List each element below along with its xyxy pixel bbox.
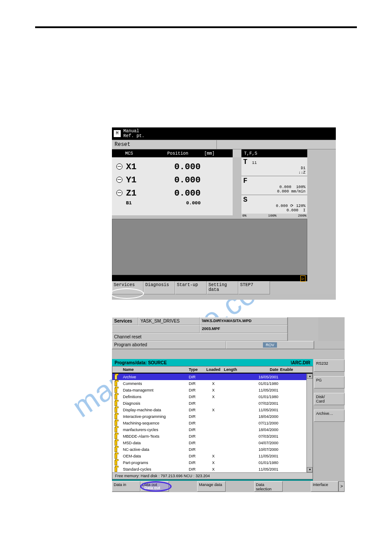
table-row[interactable]: DiagnosisDIR07/02/2001 bbox=[112, 400, 306, 406]
scroll-strip: ▷ bbox=[112, 275, 307, 281]
data-selection-button[interactable]: Data selection bbox=[254, 481, 283, 492]
scroll-right-icon[interactable]: > bbox=[338, 481, 345, 492]
table-row[interactable]: OEM-dataDIRX11/05/2001 bbox=[112, 453, 306, 459]
table-row[interactable]: Interactive-programmingDIR18/04/2000 bbox=[112, 413, 306, 420]
file-listing[interactable]: ArchiveDIR16/05/2001CommentsDIRX01/01/19… bbox=[112, 374, 306, 472]
scroll-down-icon[interactable]: ▾ bbox=[307, 467, 313, 472]
axis-panel: X1 0.000 Y1 0.000 Z1 0.000 B1 0.000 bbox=[112, 157, 233, 215]
folder-icon bbox=[115, 427, 117, 432]
globe-icon bbox=[116, 190, 122, 196]
startup-button[interactable]: Start-up bbox=[175, 281, 207, 294]
program-area bbox=[112, 219, 307, 275]
folder-icon bbox=[115, 388, 117, 393]
mcs-header: MCS Position [mm] bbox=[112, 149, 233, 157]
path-line1: \WKS.DIR\YAMASITA.WPD bbox=[200, 317, 288, 325]
services-label: Services bbox=[112, 317, 138, 325]
path-line2: 2003.MPF bbox=[200, 325, 288, 333]
folder-icon bbox=[115, 467, 117, 472]
tfs-header: T,F,S bbox=[241, 149, 307, 157]
table-row[interactable]: Data-managemntDIRX11/05/2001 bbox=[112, 387, 306, 393]
services-value: YASK_SM_DRIVES bbox=[138, 317, 200, 325]
table-row[interactable]: MSD-dataDIR04/07/2000 bbox=[112, 439, 306, 446]
tfs-s: S 0.000 ⟳ 120% 0.000 I bbox=[241, 195, 307, 214]
pg-button[interactable]: PG bbox=[314, 376, 345, 388]
table-row[interactable]: DefinitionsDIRX01/01/1980 bbox=[112, 393, 306, 400]
data-out-label-overlay: Data out bbox=[144, 486, 160, 490]
rs232-button[interactable]: RS232 bbox=[314, 359, 345, 372]
right-softkeys: RS232 PG Disk/ Card Archive… bbox=[314, 359, 345, 426]
interface-button[interactable]: Interface bbox=[311, 481, 338, 492]
file-window: Name Type Loaded Length Date Enable Arch… bbox=[112, 366, 313, 479]
folder-icon bbox=[115, 453, 117, 459]
table-row[interactable]: ArchiveDIR16/05/2001 bbox=[112, 374, 306, 380]
program-status: Program aborted bbox=[112, 341, 226, 349]
screenshot-services-menu: M ManualRef. pt. Reset MCS Position [mm]… bbox=[112, 127, 336, 300]
axis-row-y1: Y1 0.000 bbox=[116, 173, 228, 186]
gap bbox=[169, 481, 198, 492]
folder-icon bbox=[115, 374, 117, 380]
setting-data-button[interactable]: Setting data bbox=[207, 281, 238, 294]
page-rule bbox=[35, 26, 357, 28]
rov-cell: ROV bbox=[226, 341, 314, 349]
archive-button[interactable]: Archive… bbox=[314, 410, 345, 422]
folder-icon bbox=[115, 407, 117, 413]
folder-icon bbox=[115, 434, 117, 439]
channel-status: Channel reset bbox=[112, 333, 288, 341]
table-row[interactable]: MBDDE-Alarm-TextsDIR07/03/2001 bbox=[112, 433, 306, 439]
services-button[interactable]: Services bbox=[112, 281, 144, 294]
free-memory: Free memory: Hard disk : 797.213.696 NCU… bbox=[112, 472, 313, 479]
axis-row-x1: X1 0.000 bbox=[116, 160, 228, 173]
gap bbox=[226, 481, 254, 492]
tfs-f: F 0.000 100% 0.000 mm/min bbox=[241, 176, 307, 195]
axis-row-b1: B1 0.000 bbox=[116, 200, 228, 207]
table-row[interactable]: Machining-sequenceDIR07/11/2000 bbox=[112, 420, 306, 426]
screenshot-data-out: Services YASK_SM_DRIVES \WKS.DIR\YAMASIT… bbox=[112, 317, 345, 492]
disk-card-button[interactable]: Disk/ Card bbox=[314, 393, 345, 405]
tfs-panel: T 11 D1↓↓Z F 0.000 100% 0.000 mm/min S 0… bbox=[241, 157, 307, 215]
right-softkeys bbox=[307, 157, 335, 215]
scroll-up-icon[interactable]: ▴ bbox=[307, 374, 313, 379]
mode-icon: M bbox=[114, 130, 121, 137]
table-row[interactable]: NC-active-dataDIR10/07/2000 bbox=[112, 446, 306, 453]
column-headers: MCS Position [mm] T,F,S bbox=[112, 149, 336, 157]
header-rows: Services YASK_SM_DRIVES \WKS.DIR\YAMASIT… bbox=[112, 317, 345, 349]
reset-label: Reset bbox=[115, 141, 130, 148]
scrollbar[interactable]: ▴ ▾ bbox=[306, 374, 313, 472]
main-panel: X1 0.000 Y1 0.000 Z1 0.000 B1 0.000 T 1 bbox=[112, 157, 336, 215]
gap bbox=[283, 481, 311, 492]
diagnosis-button[interactable]: Diagnosis bbox=[144, 281, 175, 294]
folder-icon bbox=[115, 421, 117, 426]
axis-row-z1: Z1 0.000 bbox=[116, 186, 228, 200]
title-text: ManualRef. pt. bbox=[123, 129, 144, 138]
column-header: Name Type Loaded Length Date Enable bbox=[112, 366, 313, 374]
status-row: Reset bbox=[112, 140, 336, 149]
table-row[interactable]: manfacturers-cyclesDIR18/04/2000 bbox=[112, 426, 306, 433]
folder-icon bbox=[115, 381, 117, 386]
table-row[interactable]: Standard-cyclesDIRX11/05/2001 bbox=[112, 466, 306, 472]
bottom-softkeys: Services Diagnosis Start-up Setting data… bbox=[112, 281, 336, 294]
folder-icon bbox=[115, 394, 117, 399]
source-bar: Programs/data: SOURCE \ARC.DIR bbox=[112, 359, 313, 366]
folder-icon bbox=[115, 460, 117, 465]
globe-icon bbox=[116, 177, 122, 183]
mid-area: ▷ bbox=[112, 215, 336, 281]
tfs-t: T 11 D1↓↓Z bbox=[241, 157, 307, 176]
folder-icon bbox=[115, 414, 117, 419]
table-row[interactable]: Display-machine-dataDIRX11/05/2001 bbox=[112, 406, 306, 413]
table-row[interactable]: CommentsDIRX01/01/1980 bbox=[112, 380, 306, 387]
blank-cell bbox=[112, 325, 200, 333]
rov-badge: ROV bbox=[263, 342, 277, 348]
globe-icon bbox=[116, 163, 122, 170]
data-in-button[interactable]: Data in bbox=[112, 481, 140, 492]
table-row[interactable]: Part-programsDIRX01/01/1980 bbox=[112, 459, 306, 466]
step7-button[interactable]: STEP7 bbox=[238, 281, 270, 294]
folder-icon bbox=[115, 447, 117, 452]
manage-data-button[interactable]: Manage data bbox=[197, 481, 226, 492]
title-bar: M ManualRef. pt. bbox=[112, 127, 336, 140]
folder-icon bbox=[115, 440, 117, 446]
scroll-right-icon[interactable]: ▷ bbox=[300, 276, 306, 282]
folder-icon bbox=[115, 401, 117, 406]
